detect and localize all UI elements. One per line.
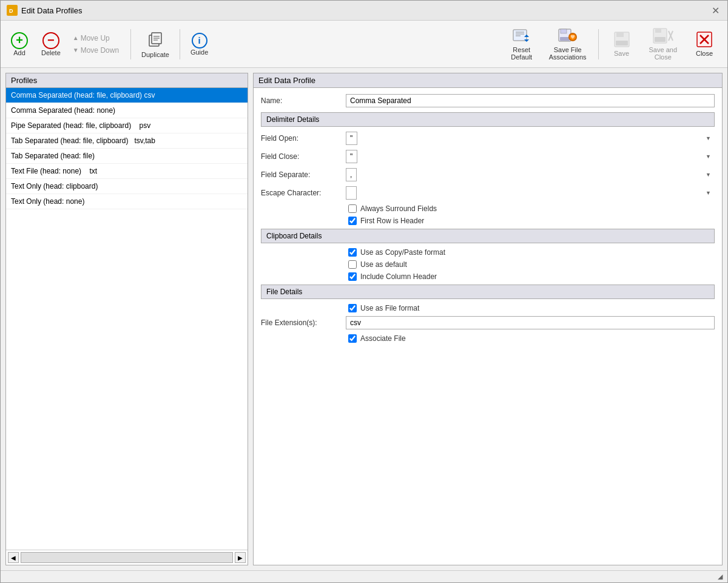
first-row-header-checkbox[interactable] [348, 217, 357, 225]
main-window: D Edit Data Profiles ✕ + Add − Delete ▲ … [0, 0, 728, 583]
svg-text:D: D [9, 8, 13, 14]
move-buttons: ▲ Move Up ▼ Move Down [69, 32, 123, 56]
separator-1 [130, 29, 131, 59]
duplicate-button[interactable]: Duplicate [136, 27, 175, 61]
delete-button[interactable]: − Delete [36, 29, 66, 59]
delete-icon: − [42, 32, 59, 49]
field-close-wrapper: " ' [346, 150, 715, 163]
escape-char-label: Escape Character: [261, 189, 346, 197]
guide-icon: i [192, 33, 207, 49]
list-item[interactable]: Tab Separated (head: file, clipboard) ts… [6, 133, 248, 149]
window-close-button[interactable]: ✕ [709, 4, 721, 16]
field-separate-wrapper: , ; | [346, 168, 715, 181]
use-copy-paste-checkbox[interactable] [348, 248, 357, 257]
file-extensions-row: File Extension(s): [261, 316, 715, 329]
add-button[interactable]: + Add [5, 29, 33, 59]
svg-rect-21 [655, 37, 666, 42]
file-extensions-input[interactable] [346, 316, 715, 329]
list-item[interactable]: Tab Separated (head: file) [6, 149, 248, 164]
escape-char-row: Escape Character: \ [261, 186, 715, 200]
use-file-format-checkbox[interactable] [348, 304, 357, 312]
move-up-icon: ▲ [73, 35, 79, 41]
use-copy-paste-row: Use as Copy/Paste format [261, 248, 715, 257]
include-col-header-row: Include Column Header [261, 272, 715, 281]
content-area: Profiles Comma Separated (head: file, cl… [1, 68, 727, 570]
status-bar: ◢ [1, 570, 727, 582]
list-item[interactable]: Comma Separated (head: file, clipboard) … [6, 88, 248, 103]
first-row-header-label: First Row is Header [360, 217, 424, 225]
delimiter-section-header: Delimiter Details [261, 112, 715, 127]
svg-rect-20 [655, 29, 661, 33]
svg-rect-12 [561, 29, 567, 33]
always-surround-row: Always Surround Fields [261, 204, 715, 213]
associate-file-checkbox[interactable] [348, 334, 357, 343]
list-item[interactable]: Pipe Separated (head: file, clipboard) p… [6, 118, 248, 133]
separator-2 [180, 29, 180, 59]
field-close-label: Field Close: [261, 152, 346, 161]
include-col-header-checkbox[interactable] [348, 272, 357, 281]
move-up-button[interactable]: ▲ Move Up [69, 32, 114, 44]
name-input[interactable] [346, 94, 715, 107]
escape-char-select[interactable]: \ [346, 186, 357, 200]
edit-panel: Edit Data Profile Name: Delimiter Detail… [253, 73, 723, 565]
associate-file-row: Associate File [261, 334, 715, 343]
save-and-close-button[interactable]: Save andClose [642, 24, 684, 64]
guide-button[interactable]: i Guide [185, 30, 214, 59]
use-file-format-row: Use as File format [261, 304, 715, 312]
field-separate-row: Field Separate: , ; | [261, 168, 715, 181]
use-default-checkbox[interactable] [348, 260, 357, 269]
move-down-button[interactable]: ▼ Move Down [69, 44, 123, 56]
list-item[interactable]: Text File (head: none) txt [6, 164, 248, 179]
status-text: ◢ [718, 573, 723, 581]
save-icon [613, 31, 630, 50]
associate-file-label: Associate File [360, 334, 406, 343]
list-item[interactable]: Text Only (head: none) [6, 194, 248, 209]
move-down-icon: ▼ [73, 47, 79, 53]
field-separate-select[interactable]: , ; | [346, 168, 357, 181]
toolbar-right: ResetDefault Save FileAssociations [504, 24, 723, 64]
save-button[interactable]: Save [604, 28, 640, 60]
close-button[interactable]: Close [686, 28, 723, 60]
name-label: Name: [261, 96, 346, 105]
file-section-header: File Details [261, 285, 715, 299]
scroll-left-button[interactable]: ◀ [8, 552, 19, 563]
escape-char-wrapper: \ [346, 186, 715, 200]
include-col-header-label: Include Column Header [360, 272, 437, 281]
use-copy-paste-label: Use as Copy/Paste format [360, 248, 445, 257]
field-close-select[interactable]: " ' [346, 150, 357, 163]
save-and-close-icon [652, 27, 674, 46]
separator-3 [598, 29, 599, 59]
title-bar-left: D Edit Data Profiles [7, 5, 82, 16]
scrollbar: ◀ ▶ [6, 550, 248, 565]
save-file-associations-button[interactable]: Save FileAssociations [542, 24, 593, 64]
use-file-format-label: Use as File format [360, 304, 419, 312]
list-item[interactable]: Comma Separated (head: none) [6, 103, 248, 118]
field-open-row: Field Open: " ' [261, 132, 715, 145]
name-row: Name: [261, 94, 715, 107]
field-open-select[interactable]: " ' [346, 132, 357, 145]
reset-default-icon [512, 27, 531, 46]
field-separate-label: Field Separate: [261, 170, 346, 179]
duplicate-icon [147, 30, 164, 51]
close-icon [696, 31, 713, 50]
list-item[interactable]: Text Only (head: clipboard) [6, 179, 248, 194]
profile-list[interactable]: Comma Separated (head: file, clipboard) … [6, 88, 248, 550]
edit-panel-header: Edit Data Profile [254, 73, 722, 88]
always-surround-checkbox[interactable] [348, 204, 357, 213]
toolbar: + Add − Delete ▲ Move Up ▼ Move Down [1, 21, 727, 68]
svg-rect-17 [616, 32, 624, 37]
edit-content: Name: Delimiter Details Field Open: " ' [254, 88, 722, 565]
field-open-wrapper: " ' [346, 132, 715, 145]
svg-rect-7 [513, 30, 527, 41]
always-surround-label: Always Surround Fields [360, 204, 437, 213]
svg-rect-13 [560, 37, 570, 41]
svg-rect-18 [616, 41, 628, 45]
use-default-row: Use as default [261, 260, 715, 269]
first-row-header-row: First Row is Header [261, 217, 715, 225]
reset-default-button[interactable]: ResetDefault [504, 24, 540, 64]
use-default-label: Use as default [360, 260, 407, 269]
add-icon: + [11, 32, 28, 49]
profiles-panel: Profiles Comma Separated (head: file, cl… [5, 73, 248, 565]
scroll-track[interactable] [21, 552, 233, 563]
scroll-right-button[interactable]: ▶ [235, 552, 246, 563]
